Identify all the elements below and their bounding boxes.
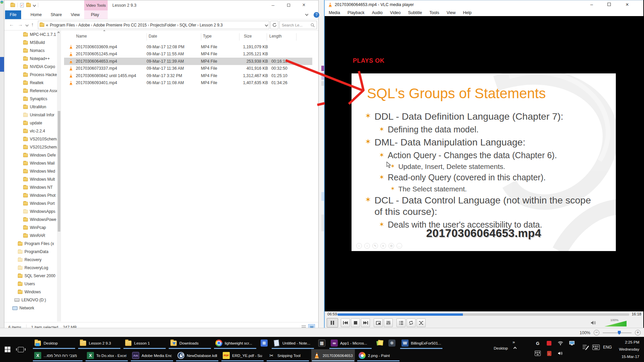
tree-item[interactable]: Process Hacke — [4, 71, 57, 79]
language-indicator[interactable]: ENG — [603, 345, 612, 350]
tree-scrollbar-thumb[interactable] — [58, 111, 60, 232]
display-tray-icon[interactable] — [568, 340, 576, 347]
vlc-menu-item[interactable]: Tools — [429, 10, 439, 15]
breadcrumb-segment[interactable]: Program Files — [50, 23, 75, 27]
tree-item[interactable]: Synaptics — [4, 95, 57, 103]
refresh-button[interactable] — [270, 21, 278, 29]
taskbar-button[interactable]: ▦ — [316, 337, 327, 349]
tree-item[interactable]: Windows NT — [4, 183, 57, 191]
loop-button[interactable] — [407, 318, 416, 327]
contextual-tab-video-tools[interactable]: Video Tools — [84, 0, 108, 10]
search-input[interactable]: Search Le... — [279, 21, 317, 29]
tree-item[interactable]: RecoveryLog — [4, 264, 57, 272]
taskbar-button[interactable] — [259, 337, 269, 349]
taskbar-button[interactable]: X To Do.xlsx - Excel — [85, 349, 128, 362]
vlc-menu-item[interactable]: Audio — [372, 10, 383, 15]
taskbar-button[interactable]: ∞ App1 - Micros... — [329, 337, 372, 349]
clock[interactable]: 2:25 PM Wednesday 15-Mar-17 — [619, 339, 639, 360]
tree-item[interactable]: WinPcap — [4, 224, 57, 232]
volume-tray-icon[interactable] — [557, 350, 564, 357]
properties-check-icon[interactable]: ✓ — [20, 3, 24, 7]
recent-locations-chevron-icon[interactable] — [25, 23, 29, 27]
file-row[interactable]: 20170306064653.mp4 09-Mar-17 11:39 AM MP… — [64, 58, 312, 65]
tree-item[interactable]: Users — [4, 280, 57, 288]
zoom-out-icon[interactable]: − — [594, 330, 599, 336]
tree-item[interactable]: SQL Server 2000 — [4, 272, 57, 280]
tree-item[interactable]: Realtek — [4, 79, 57, 87]
task-view-button[interactable] — [18, 347, 24, 352]
desktop-toolbar-label[interactable]: Desktop — [494, 346, 508, 350]
taskbar-button[interactable]: NewDatabase.kdb... — [175, 349, 219, 362]
minimize-button[interactable]: – — [265, 0, 281, 10]
vlc-menu-item[interactable]: Media — [329, 10, 340, 15]
tree-item[interactable]: Nomacs — [4, 47, 57, 55]
column-header-size[interactable]: Size — [244, 34, 252, 39]
extended-settings-button[interactable] — [384, 318, 393, 327]
tab-share[interactable]: Share — [46, 10, 66, 19]
folder-icon[interactable] — [10, 3, 15, 7]
help-icon[interactable]: ? — [314, 12, 319, 18]
vlc-minimize-button[interactable]: – — [584, 0, 599, 9]
tree-item[interactable]: NVIDIA Corpo — [4, 63, 57, 71]
tree-item[interactable]: Windows Mult — [4, 175, 57, 183]
close-button[interactable]: × — [296, 0, 312, 10]
new-folder-icon[interactable] — [26, 3, 31, 7]
vlc-close-button[interactable]: × — [620, 0, 635, 9]
zoom-in-icon[interactable]: + — [635, 330, 641, 336]
show-hidden-icons-chevron[interactable] — [514, 347, 517, 350]
pause-button[interactable] — [327, 318, 338, 327]
tab-home[interactable]: Home — [26, 10, 46, 19]
tree-item[interactable]: ProgramData — [4, 248, 57, 256]
shuffle-button[interactable] — [417, 318, 426, 327]
tab-file[interactable]: File — [5, 10, 21, 19]
taskbar-button[interactable]: X ...מצבי רוח החל מסו — [32, 349, 83, 362]
tree-item[interactable]: VS2012Schema — [4, 143, 57, 151]
download-manager-tray-icon[interactable]: ↓ — [545, 350, 553, 357]
column-header-date[interactable]: Date — [149, 34, 157, 39]
vlc-menu-item[interactable]: Video — [390, 10, 401, 15]
fullscreen-button[interactable] — [374, 318, 383, 327]
vlc-menu-item[interactable]: Playback — [347, 10, 365, 15]
taskbar-button[interactable]: 2.png - Paint — [357, 349, 400, 362]
breadcrumb-segment[interactable]: Lesson 2 9.3 — [200, 23, 223, 27]
tree-item[interactable]: Windows Med — [4, 167, 57, 175]
file-row[interactable]: 20170306093401.mp4 06-Mar-17 11:08 AM MP… — [64, 79, 312, 87]
zoom-slider-handle[interactable] — [618, 331, 621, 335]
file-row[interactable]: 20170306080842 until 1455.mp4 09-Mar-17 … — [64, 72, 312, 79]
tree-item[interactable]: Windows Defe — [4, 151, 57, 159]
vlc-maximize-button[interactable] — [602, 0, 616, 9]
tree-item[interactable]: Windows — [4, 288, 57, 296]
back-icon[interactable]: ← — [9, 21, 14, 27]
touch-keyboard-tray-icon[interactable] — [534, 350, 541, 357]
playlist-button[interactable] — [396, 318, 406, 327]
column-header-name[interactable]: Name — [76, 34, 87, 39]
breadcrumb-segment[interactable]: Adobe — [78, 23, 90, 27]
taskbar-button[interactable]: ✂ Snipping Tool — [266, 349, 310, 362]
tree-scrollbar[interactable] — [57, 31, 61, 321]
taskbar-button[interactable]: 20170306064653.... — [311, 349, 355, 362]
tree-item[interactable]: Windows Mail — [4, 159, 57, 167]
scroll-up-icon[interactable] — [57, 32, 60, 34]
up-icon[interactable]: ↑ — [31, 21, 34, 27]
tree-item[interactable]: Notepad++ — [4, 55, 57, 63]
tree-item[interactable]: vlc-2.2.4 — [4, 127, 57, 135]
customize-qat-chevron-icon[interactable] — [33, 3, 36, 7]
taskbar-button[interactable]: Lesson 1 — [123, 337, 166, 349]
start-button[interactable] — [5, 347, 10, 352]
tree-item[interactable]: UltraMon — [4, 103, 57, 111]
video-area[interactable]: PLAYS OK SQL's Groups of Statements — [325, 16, 643, 311]
taskbar-button[interactable] — [374, 337, 385, 349]
ime-pad-icon[interactable] — [582, 344, 589, 350]
stop-button[interactable] — [351, 318, 360, 327]
vlc-menu-item[interactable]: Help — [463, 10, 472, 15]
tab-play[interactable]: Play — [86, 10, 104, 19]
forward-icon[interactable]: → — [18, 21, 23, 27]
vlc-menu-item[interactable]: View — [446, 10, 455, 15]
taskbar-button[interactable]: ✻ — [386, 337, 398, 349]
logitech-tray-icon[interactable]: G — [534, 340, 541, 347]
column-header-length[interactable]: Length — [269, 34, 282, 39]
address-bar[interactable]: « Program Files › Adobe › — [38, 21, 269, 29]
tree-item[interactable]: update — [4, 119, 57, 127]
vlc-menu-item[interactable]: Subtitle — [408, 10, 422, 15]
previous-button[interactable] — [341, 318, 350, 327]
